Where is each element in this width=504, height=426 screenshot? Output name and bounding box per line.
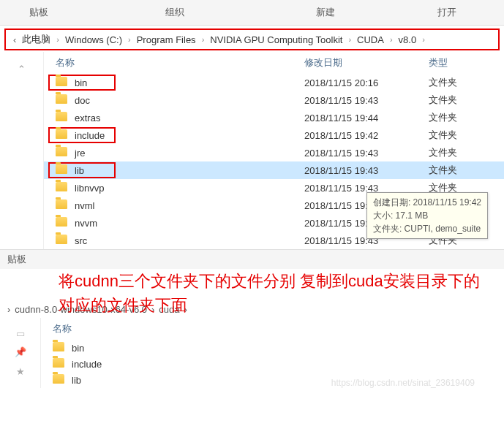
folder-date: 2018/11/15 20:16 [304, 77, 429, 88]
chevron-right-icon: › [418, 35, 429, 44]
folder-type: 文件夹 [429, 76, 504, 89]
folder-date: 2018/11/15 19:44 [304, 113, 429, 123]
folder-icon [56, 129, 67, 139]
breadcrumb-item[interactable]: 此电脑 [20, 31, 52, 47]
ribbon-toolbar: 贴板 组织 新建 打开 [0, 0, 504, 26]
folder-type: 文件夹 [429, 94, 504, 107]
column-type[interactable]: 类型 [429, 56, 504, 69]
column-name-2[interactable]: 名称 [53, 322, 301, 335]
star-icon[interactable]: ★ [0, 362, 40, 381]
folder-row[interactable]: lib2018/11/15 19:43文件夹 [44, 161, 504, 179]
folder-icon [53, 342, 64, 351]
breadcrumb-item[interactable]: Windows (C:) [64, 33, 124, 47]
folder-name: lib [75, 165, 84, 176]
folder-name: libnvvp [75, 183, 104, 194]
folder-name: nvvm [75, 218, 97, 229]
folder-icon [56, 199, 67, 209]
folder-date: 2018/11/15 19:43 [304, 95, 429, 106]
column-name[interactable]: 名称 [56, 56, 304, 69]
folder-name: include [72, 359, 102, 370]
folder-row[interactable]: include [41, 356, 504, 372]
tooltip-created: 创建日期: 2018/11/15 19:42 [373, 196, 481, 209]
chevron-right-icon: › [52, 35, 64, 44]
folder-row[interactable]: lib [41, 372, 504, 388]
folder-row[interactable]: bin [41, 340, 504, 356]
toolbar-new[interactable]: 新建 [287, 3, 364, 22]
toolbar-organize[interactable]: 组织 [136, 3, 214, 22]
folder-icon [53, 374, 64, 384]
breadcrumb-item[interactable]: Program Files [135, 33, 198, 47]
folder-icon [56, 147, 67, 156]
folder-icon [56, 94, 67, 104]
folder-icon [53, 358, 64, 368]
tooltip-size: 大小: 17.1 MB [373, 209, 481, 222]
column-headers: 名称 修改日期 类型 [44, 52, 504, 74]
folder-name: extras [75, 113, 100, 123]
folder-type: 文件夹 [429, 164, 504, 177]
nav-panel: ⌃ [0, 52, 44, 249]
chevron-right-icon: › [124, 35, 135, 44]
folder-row[interactable]: include2018/11/15 19:42文件夹 [44, 126, 504, 144]
folder-icon [56, 164, 67, 174]
folder-icon [56, 217, 67, 227]
folder-icon [56, 182, 67, 191]
breadcrumb-item[interactable]: v8.0 [397, 33, 418, 47]
folder-name: bin [75, 77, 87, 88]
nav-back-icon[interactable]: ‹ [9, 34, 20, 45]
folder-icon [56, 112, 67, 121]
breadcrumb-item[interactable]: CUDA [356, 33, 385, 47]
folder-icon [56, 77, 67, 86]
folder-name: lib [72, 375, 81, 386]
column-headers-2: 名称 [41, 318, 504, 340]
folder-date: 2018/11/15 19:43 [304, 148, 429, 159]
folder-tooltip: 创建日期: 2018/11/15 19:42 大小: 17.1 MB 文件夹: … [366, 192, 488, 239]
folder-name: jre [75, 148, 85, 159]
folder-type: 文件夹 [429, 146, 504, 159]
folder-icon [56, 235, 67, 244]
tooltip-contents: 文件夹: CUPTI, demo_suite [373, 222, 481, 235]
chevron-right-icon: › [198, 35, 209, 44]
toolbar-clipboard[interactable]: 贴板 [0, 3, 78, 22]
folder-type: 文件夹 [429, 111, 504, 124]
toolbar-clipboard-2[interactable]: 贴板 [7, 254, 26, 265]
folder-date: 2018/11/15 19:42 [304, 130, 429, 141]
folder-name: nvml [75, 200, 94, 211]
folder-row[interactable]: bin2018/11/15 20:16文件夹 [44, 74, 504, 91]
breadcrumb[interactable]: ‹ 此电脑 › Windows (C:) › Program Files › N… [4, 28, 500, 50]
folder-row[interactable]: doc2018/11/15 19:43文件夹 [44, 91, 504, 109]
pin-icon[interactable]: 📌 [0, 342, 40, 362]
ribbon-toolbar-2: 贴板 [0, 249, 504, 269]
chevron-right-icon: › [385, 35, 397, 44]
annotation-text: 将cudnn三个文件夹下的文件分别 复制到cuda安装目录下的对应的文件夹下面 [0, 269, 504, 317]
folder-name: include [75, 130, 105, 141]
folder-name: src [75, 235, 87, 246]
nav-panel-2: ▭ 📌 ★ [0, 318, 41, 388]
folder-name: doc [75, 95, 90, 106]
breadcrumb-item[interactable]: NVIDIA GPU Computing Toolkit [208, 33, 344, 47]
column-date[interactable]: 修改日期 [304, 56, 429, 69]
collapse-icon[interactable]: ⌃ [0, 59, 43, 79]
chevron-right-icon: › [344, 35, 356, 44]
folder-row[interactable]: extras2018/11/15 19:44文件夹 [44, 109, 504, 126]
folder-date: 2018/11/15 19:43 [304, 165, 429, 176]
folder-name: bin [72, 343, 84, 354]
folder-type: 文件夹 [429, 129, 504, 142]
folder-row[interactable]: jre2018/11/15 19:43文件夹 [44, 144, 504, 161]
toolbar-open[interactable]: 打开 [408, 3, 486, 22]
